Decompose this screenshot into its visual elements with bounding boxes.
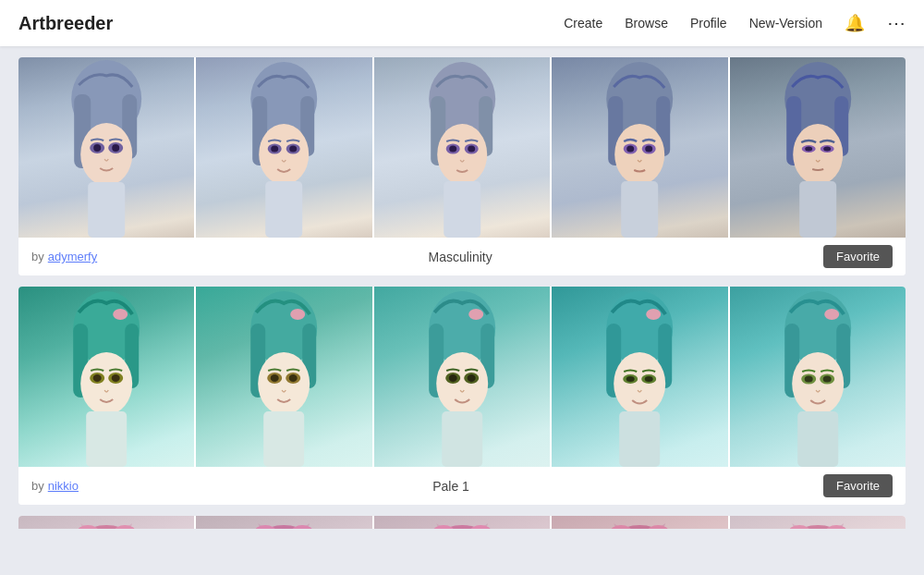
masculinity-favorite-button[interactable]: Favorite (823, 245, 893, 268)
svg-point-45 (73, 291, 140, 365)
svg-point-98 (77, 525, 99, 529)
svg-point-140 (610, 525, 632, 529)
pale1-image-1[interactable] (18, 287, 196, 467)
svg-point-70 (445, 373, 460, 384)
svg-point-42 (805, 147, 812, 152)
svg-point-99 (114, 525, 136, 529)
eat-image-2[interactable] (196, 516, 373, 529)
svg-point-115 (280, 528, 289, 529)
svg-point-5 (108, 142, 123, 153)
svg-rect-19 (431, 96, 445, 165)
svg-point-90 (801, 374, 816, 385)
card-eat-images (18, 516, 906, 529)
svg-point-93 (822, 376, 831, 383)
eat-image-1[interactable] (18, 516, 196, 529)
card-masculinity-images (18, 57, 906, 238)
svg-rect-87 (836, 324, 850, 388)
card-pale1: by nikkio Pale 1 Favorite (18, 287, 906, 505)
svg-point-59 (259, 352, 310, 415)
svg-rect-77 (658, 324, 672, 388)
pale1-image-2[interactable] (196, 287, 373, 467)
svg-point-71 (464, 373, 479, 384)
eat-image-4[interactable] (552, 516, 729, 529)
svg-point-58 (291, 309, 306, 320)
svg-point-34 (645, 146, 652, 153)
masculinity-image-1[interactable] (18, 57, 196, 238)
svg-point-60 (268, 373, 283, 384)
svg-point-6 (93, 144, 101, 152)
masculinity-author-link[interactable]: adymerfy (48, 250, 97, 263)
svg-rect-57 (303, 324, 317, 388)
svg-point-139 (621, 525, 658, 529)
svg-point-9 (251, 62, 318, 136)
bell-icon[interactable]: 🔔 (845, 13, 865, 33)
nav-browse[interactable]: Browse (625, 16, 668, 31)
masculinity-title: Masculinity (97, 250, 823, 264)
masculinity-image-2[interactable] (196, 57, 373, 238)
svg-rect-86 (784, 324, 799, 398)
masculinity-image-4[interactable] (552, 57, 729, 238)
svg-marker-111 (292, 523, 310, 529)
svg-point-40 (801, 145, 815, 153)
svg-point-113 (255, 525, 277, 529)
eat-image-5[interactable] (730, 516, 906, 529)
svg-point-142 (635, 528, 644, 529)
svg-rect-11 (301, 96, 315, 156)
svg-point-36 (784, 62, 851, 136)
pale1-author-link[interactable]: nikkio (48, 479, 79, 493)
svg-point-4 (90, 142, 104, 153)
eat-image-3[interactable] (374, 516, 552, 529)
svg-point-82 (626, 376, 635, 382)
svg-point-78 (646, 309, 661, 320)
svg-marker-95 (80, 523, 99, 529)
svg-rect-1 (74, 94, 91, 168)
svg-rect-47 (125, 324, 139, 388)
svg-rect-44 (799, 181, 836, 238)
svg-point-154 (799, 525, 836, 529)
svg-rect-29 (656, 96, 670, 156)
svg-point-100 (102, 528, 111, 529)
svg-point-13 (268, 144, 282, 154)
masculinity-image-3[interactable] (374, 57, 552, 238)
card-pale1-footer: by nikkio Pale 1 Favorite (18, 467, 906, 505)
svg-rect-17 (266, 181, 303, 238)
nav-profile[interactable]: Profile (690, 16, 727, 31)
svg-rect-38 (834, 96, 848, 156)
svg-point-41 (820, 145, 833, 153)
svg-rect-2 (122, 94, 137, 159)
svg-rect-35 (621, 181, 658, 238)
pale1-image-3[interactable] (374, 287, 552, 467)
svg-rect-84 (619, 411, 660, 467)
svg-point-43 (823, 147, 831, 152)
svg-rect-64 (264, 411, 305, 467)
svg-point-69 (436, 352, 488, 415)
pale1-title: Pale 1 (79, 479, 823, 494)
pale1-image-4[interactable] (552, 287, 729, 467)
svg-point-155 (788, 525, 810, 529)
pale1-favorite-button[interactable]: Favorite (823, 474, 893, 497)
svg-point-114 (292, 525, 314, 529)
svg-point-31 (624, 144, 638, 154)
svg-point-14 (286, 144, 300, 154)
svg-rect-66 (429, 324, 444, 398)
svg-point-32 (642, 144, 656, 154)
svg-marker-110 (259, 523, 277, 529)
svg-rect-8 (88, 182, 125, 238)
navbar: Artbreeder Create Browse Profile New-Ver… (0, 0, 924, 46)
masculinity-image-5[interactable] (730, 57, 906, 238)
svg-point-127 (444, 525, 480, 529)
svg-marker-126 (469, 523, 488, 529)
nav-create[interactable]: Create (564, 16, 602, 31)
svg-marker-125 (436, 523, 455, 529)
svg-point-92 (804, 376, 812, 383)
svg-rect-74 (442, 411, 482, 467)
svg-point-91 (820, 374, 834, 385)
nav-new-version[interactable]: New-Version (749, 16, 822, 31)
svg-marker-153 (825, 523, 844, 529)
pale1-image-5[interactable] (730, 287, 906, 467)
svg-rect-54 (86, 411, 127, 467)
brand-logo[interactable]: Artbreeder (18, 13, 564, 34)
dots-icon[interactable]: ⋯ (887, 12, 906, 34)
svg-point-55 (251, 291, 318, 365)
svg-point-89 (792, 352, 844, 415)
